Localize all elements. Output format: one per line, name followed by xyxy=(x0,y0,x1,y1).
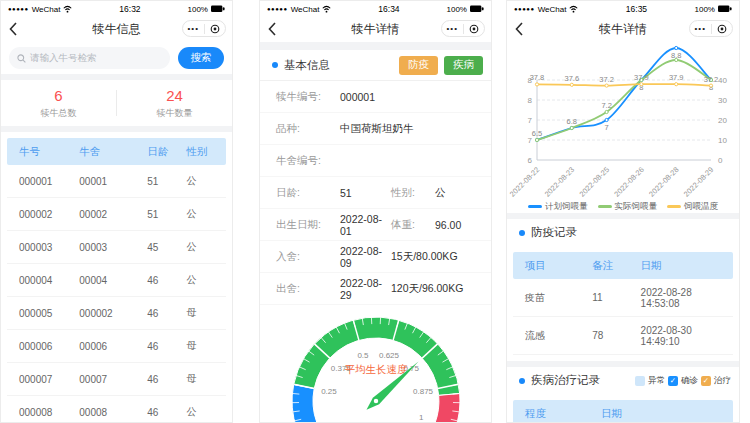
wechat-capsule[interactable]: ••• xyxy=(441,20,485,37)
table-row[interactable]: 0000020000251公 xyxy=(7,198,226,231)
svg-text:6: 6 xyxy=(528,156,533,165)
stat-total-value: 6 xyxy=(1,87,116,104)
svg-text:7: 7 xyxy=(605,123,609,132)
calf-list-screen: ●●●●● WeChat 16:32 100% 犊牛信息 ••• 请输入牛号检索… xyxy=(0,0,233,423)
table-cell: 46 xyxy=(147,407,186,418)
field-row: 牛舍编号: xyxy=(260,145,491,177)
chart-legend: 计划饲喂量实际饲喂量饲喂温度 xyxy=(507,200,739,213)
table-row[interactable]: 流感782022-08-30 14:49:10 xyxy=(513,317,733,355)
disease-status-legend: 异常✓确诊✓治疗 xyxy=(635,375,731,387)
stat-count-label: 犊牛数量 xyxy=(117,107,232,120)
field-value: 51 xyxy=(340,187,352,199)
table-row[interactable]: 0000060000646母 xyxy=(7,330,226,363)
fangyi-table: 项目备注日期疫苗112022-08-28 14:53:08流感782022-08… xyxy=(513,252,733,355)
close-target-icon[interactable] xyxy=(464,24,485,34)
field-label: 出舍: xyxy=(276,282,340,296)
table-header-cell: 备注 xyxy=(592,259,640,273)
more-menu-icon[interactable]: ••• xyxy=(442,22,463,36)
search-icon xyxy=(17,54,26,63)
table-row[interactable]: 0000080000846公 xyxy=(7,396,226,423)
field-cell: 日龄:51 xyxy=(276,186,391,200)
svg-text:0.625: 0.625 xyxy=(379,351,400,360)
table-row[interactable]: 0000010000151公 xyxy=(7,165,226,198)
svg-text:7.2: 7.2 xyxy=(601,101,611,110)
legend-label: 计划饲喂量 xyxy=(545,201,588,213)
table-row[interactable]: 0000030000345公 xyxy=(7,231,226,264)
legend-label: 实际饲喂量 xyxy=(615,201,658,213)
signal-dots-icon: ●●●●● xyxy=(514,6,535,12)
section-divider xyxy=(260,42,491,50)
table-cell: 母 xyxy=(187,306,226,320)
close-target-icon[interactable] xyxy=(712,24,733,34)
field-value: 2022-08-09 xyxy=(340,245,391,269)
svg-text:0: 0 xyxy=(718,156,723,165)
legend-item: 饲喂温度 xyxy=(667,201,718,213)
calf-detail-screen: ●●●●● WeChat 16:34 100% 犊牛详情 ••• 基本信息 防疫… xyxy=(259,0,492,423)
back-icon[interactable] xyxy=(515,22,523,36)
carrier-label: WeChat xyxy=(291,5,320,14)
jibing-section-header: 疾病治疗记录 异常✓确诊✓治疗 xyxy=(507,367,739,394)
table-header-cell: 牛号 xyxy=(7,145,79,159)
table-header-cell: 项目 xyxy=(513,259,592,273)
field-value: 2022-08-01 xyxy=(340,213,391,237)
status-bar: ●●●●● WeChat 16:35 100% xyxy=(507,1,739,16)
jibing-table: 程度日期 xyxy=(513,400,733,423)
section-dot-icon xyxy=(519,378,525,384)
more-menu-icon[interactable]: ••• xyxy=(690,22,711,36)
calf-table: 牛号牛舍日龄性别0000010000151公0000020000251公0000… xyxy=(7,138,226,423)
svg-text:2022-08-25: 2022-08-25 xyxy=(578,165,611,198)
svg-text:平均生长速度: 平均生长速度 xyxy=(345,363,409,375)
table-row[interactable]: 00000500000246母 xyxy=(7,297,226,330)
field-value: 15天/80.00KG xyxy=(391,250,458,264)
svg-text:37.8: 37.8 xyxy=(530,73,545,82)
table-cell: 51 xyxy=(147,176,186,187)
back-icon[interactable] xyxy=(268,22,276,36)
svg-text:37.9: 37.9 xyxy=(634,73,649,82)
wechat-capsule[interactable]: ••• xyxy=(182,20,226,37)
section-dot-icon xyxy=(272,62,278,68)
status-legend-label: 异常 xyxy=(648,375,665,387)
svg-text:0.5: 0.5 xyxy=(357,351,369,360)
legend-color-icon xyxy=(667,205,681,208)
table-cell: 51 xyxy=(147,209,186,220)
fangyi-button[interactable]: 防疫 xyxy=(399,56,438,75)
field-value: 公 xyxy=(435,186,446,200)
table-cell: 00008 xyxy=(79,407,147,418)
table-header-row: 项目备注日期 xyxy=(513,252,733,279)
table-cell: 000007 xyxy=(7,374,79,385)
table-cell: 00001 xyxy=(79,176,147,187)
jibing-button[interactable]: 疾病 xyxy=(444,56,483,75)
table-cell: 45 xyxy=(147,242,186,253)
table-cell: 公 xyxy=(187,273,226,287)
field-label: 牛舍编号: xyxy=(276,154,340,168)
battery-percent: 100% xyxy=(695,5,715,14)
field-value: 120天/96.00KG xyxy=(391,282,463,296)
calf-detail-charts-screen: ●●●●● WeChat 16:35 100% 犊牛详情 ••• 8408307… xyxy=(506,0,740,423)
field-value: 000001 xyxy=(340,91,375,103)
table-row[interactable]: 0000040000446公 xyxy=(7,264,226,297)
field-label: 犊牛编号: xyxy=(276,90,340,104)
svg-text:20: 20 xyxy=(718,116,727,125)
nav-bar: 犊牛详情 ••• xyxy=(507,16,739,42)
table-cell: 流感 xyxy=(513,329,592,343)
search-input[interactable]: 请输入牛号检索 xyxy=(9,47,170,69)
table-cell: 000002 xyxy=(7,209,79,220)
table-row[interactable]: 疫苗112022-08-28 14:53:08 xyxy=(513,279,733,317)
table-cell: 000004 xyxy=(7,275,79,286)
svg-text:0.875: 0.875 xyxy=(413,387,434,396)
table-cell: 00004 xyxy=(79,275,147,286)
more-menu-icon[interactable]: ••• xyxy=(183,22,204,36)
field-cell: 性别:公 xyxy=(391,186,491,200)
table-cell: 公 xyxy=(187,207,226,221)
field-label: 性别: xyxy=(391,186,435,200)
table-cell: 2022-08-30 14:49:10 xyxy=(641,325,733,347)
close-target-icon[interactable] xyxy=(205,24,226,34)
table-row[interactable]: 0000070000746母 xyxy=(7,363,226,396)
status-checkbox-icon: ✓ xyxy=(701,376,711,386)
back-icon[interactable] xyxy=(9,22,17,36)
search-button[interactable]: 搜索 xyxy=(178,47,224,69)
stat-count-value: 24 xyxy=(117,87,232,104)
basic-info-fields: 犊牛编号:000001品种:中国荷斯坦奶牛牛舍编号:日龄:51性别:公出生日期:… xyxy=(260,81,491,305)
table-cell: 46 xyxy=(147,275,186,286)
wechat-capsule[interactable]: ••• xyxy=(689,20,733,37)
